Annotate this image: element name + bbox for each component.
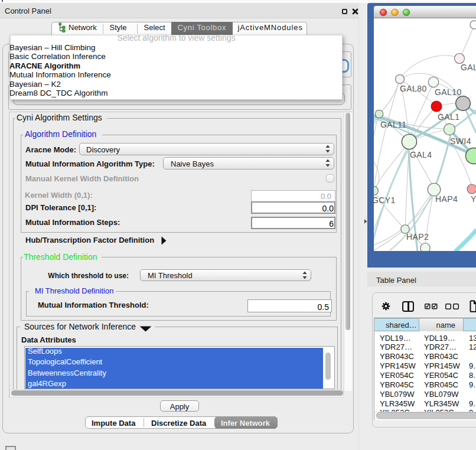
svg-text:GAL7: GAL7 [461,63,476,72]
svg-text:GAL1: GAL1 [438,112,459,122]
svg-text:HAP2: HAP2 [406,232,429,242]
svg-text:HAP4: HAP4 [435,194,458,204]
svg-text:GCY1: GCY1 [374,195,396,205]
svg-text:GAL10: GAL10 [435,87,462,97]
svg-text:GAL11: GAL11 [380,120,407,129]
svg-text:GAL4: GAL4 [410,150,432,159]
svg-text:SWI4: SWI4 [450,136,471,146]
svg-text:GAL80: GAL80 [400,84,427,93]
svg-text:YM: YM [471,194,476,204]
